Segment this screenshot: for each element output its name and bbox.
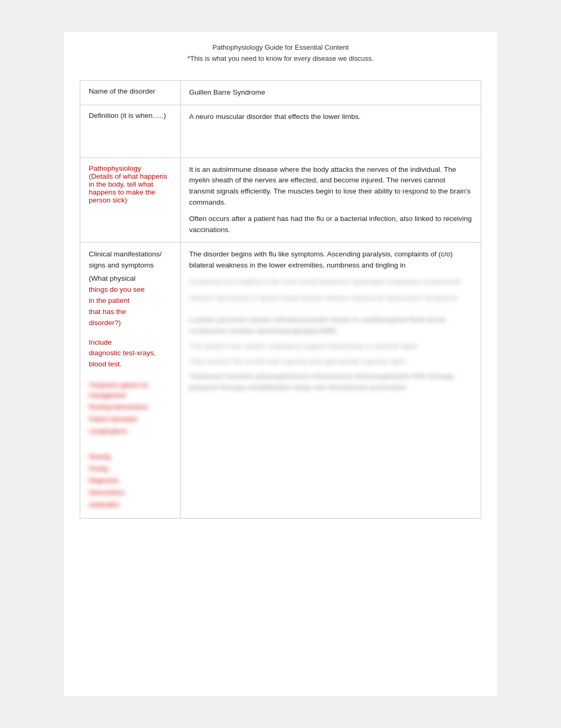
label-definition-text: Definition (it is when…..): [89, 112, 166, 119]
patho-paragraph-2: Often occurs after a patient has had the…: [189, 214, 472, 236]
clinical-red-2: in the patient: [89, 296, 172, 307]
clinical-blurred-block-4: Treatment includes plasmapheresis intrav…: [189, 371, 472, 393]
blurred-red-diagnoses: Diagnoses: [89, 476, 172, 486]
blurred-red-line-1: Treatment options for management: [89, 381, 172, 400]
label-clinical-detail-intro: (What physical: [89, 273, 172, 284]
label-clinical-red-things: things do you see in the patient that ha…: [89, 284, 172, 329]
label-name-disorder: Name of the disorder: [80, 80, 181, 105]
blurred-red-nursing: Nursing: [89, 452, 172, 462]
clinical-blurred-block-2: This patient may require respiratory sup…: [189, 341, 472, 352]
content-clinical: The disorder begins with flu like sympto…: [181, 243, 481, 519]
content-pathophysiology: It is an autoimmune disease where the bo…: [181, 158, 481, 243]
row-definition: Definition (it is when…..) A neuro muscu…: [80, 105, 481, 158]
label-clinical-title: Clinical manifestations/ signs and sympt…: [89, 249, 172, 271]
blurred-left-section: Treatment options for management Nursing…: [89, 381, 172, 510]
row-name-disorder: Name of the disorder Guillen Barre Syndr…: [80, 80, 481, 105]
clinical-blurred-section-2: Lumbar puncture shows elevated protein l…: [189, 315, 472, 394]
definition-value: A neuro muscular disorder that effects t…: [189, 113, 361, 121]
blurred-red-section-2: Nursing Priority Diagnoses interventions…: [89, 452, 172, 510]
header-title: Pathophysiology Guide for Essential Cont…: [80, 42, 481, 53]
page-header: Name of the disorder Pathophysiology Gui…: [80, 42, 481, 64]
label-clinical: Clinical manifestations/ signs and sympt…: [80, 243, 181, 519]
blurred-red-line-3: Patient education: [89, 414, 172, 425]
label-pathophysiology: Pathophysiology (Details of what happens…: [80, 158, 181, 243]
row-pathophysiology: Pathophysiology (Details of what happens…: [80, 158, 481, 243]
content-definition: A neuro muscular disorder that effects t…: [181, 105, 481, 158]
content-name-disorder: Guillen Barre Syndrome: [181, 80, 481, 105]
main-table: Name of the disorder Guillen Barre Syndr…: [80, 80, 481, 519]
blurred-red-interventions2: interventions: [89, 488, 172, 498]
blurred-red-line-2: Nursing interventions: [89, 402, 172, 412]
disorder-name-value: Guillen Barre Syndrome: [189, 88, 265, 96]
blurred-red-extra: medication: [89, 500, 172, 510]
clinical-title-text: Clinical manifestations/ signs and sympt…: [89, 250, 162, 269]
clinical-blurred-line-2: reflexes decreased or absent deep tendon…: [189, 293, 472, 304]
clinical-red-4: disorder?): [89, 318, 172, 329]
label-include-section: Include diagnostic test-xrays, blood tes…: [89, 337, 172, 371]
row-clinical: Clinical manifestations/ signs and sympt…: [80, 243, 481, 519]
label-name-disorder-text: Name of the disorder: [89, 87, 155, 95]
clinical-red-3: that has the: [89, 307, 172, 318]
page-container: Name of the disorder Pathophysiology Gui…: [64, 32, 497, 696]
clinical-blurred-block-3: They monitor the forced vital capacity a…: [189, 356, 472, 367]
label-patho-title: Pathophysiology: [89, 164, 172, 172]
clinical-red-1: things do you see: [89, 284, 172, 296]
clinical-blurred-block-1: Lumbar puncture shows elevated protein l…: [189, 315, 472, 337]
label-definition: Definition (it is when…..): [80, 105, 181, 158]
label-patho-detail: (Details of what happens in the body, te…: [89, 172, 172, 204]
clinical-para-1: The disorder begins with flu like sympto…: [189, 249, 472, 271]
header-subtitle: *This is what you need to know for every…: [80, 53, 481, 64]
label-include-rest: diagnostic test-xrays, blood test.: [89, 348, 172, 370]
patho-paragraph-1: It is an autoimmune disease where the bo…: [189, 164, 472, 209]
blurred-red-line-4: complications: [89, 427, 172, 437]
clinical-blurred-line-1: numbness and tingling in the arms facial…: [189, 277, 472, 288]
clinical-what-physical: (What physical: [89, 274, 136, 282]
blurred-red-priority: Priority: [89, 464, 172, 474]
label-include: Include: [89, 337, 172, 348]
